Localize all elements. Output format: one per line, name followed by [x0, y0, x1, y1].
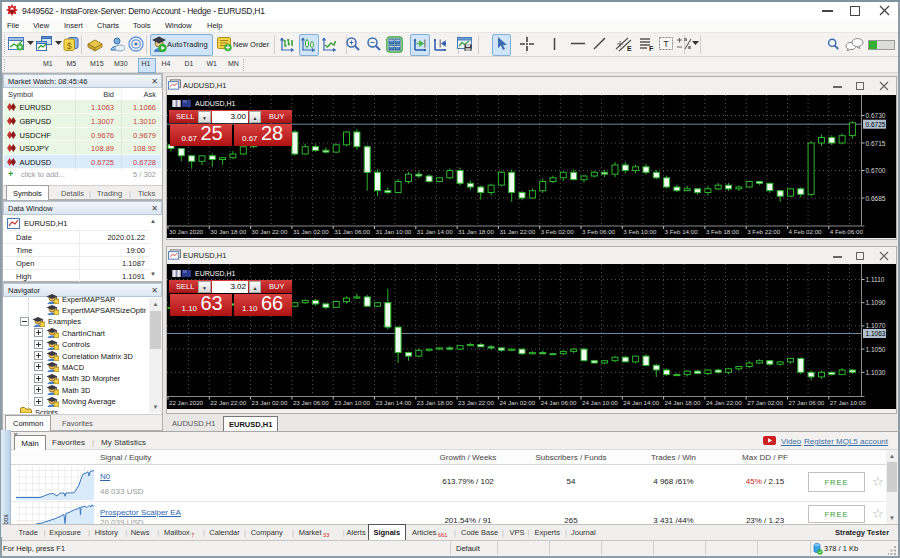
svg-text:22 Jan 2020: 22 Jan 2020 — [169, 399, 204, 406]
svg-text:1.1063: 1.1063 — [866, 330, 886, 337]
svg-text:23 Jan 22:00: 23 Jan 22:00 — [458, 399, 494, 406]
svg-text:31 Jan 02:00: 31 Jan 02:00 — [293, 228, 329, 235]
svg-text:31 Jan 14:00: 31 Jan 14:00 — [417, 228, 453, 235]
svg-text:E: E — [627, 45, 632, 52]
svg-text:4 Feb 02:00: 4 Feb 02:00 — [789, 228, 823, 235]
svg-text:23 Jan 10:00: 23 Jan 10:00 — [334, 399, 370, 406]
svg-text:23 Jan 06:00: 23 Jan 06:00 — [293, 399, 329, 406]
svg-text:22 Jan 22:00: 22 Jan 22:00 — [210, 399, 246, 406]
svg-text:4 Feb 06:00: 4 Feb 06:00 — [830, 228, 864, 235]
svg-text:30 Jan 22:00: 30 Jan 22:00 — [252, 228, 288, 235]
svg-text:31 Jan 18:00: 31 Jan 18:00 — [458, 228, 494, 235]
svg-text:0.6725: 0.6725 — [866, 121, 886, 128]
svg-text:1.1090: 1.1090 — [866, 299, 886, 306]
svg-text:0.6700: 0.6700 — [866, 167, 886, 174]
svg-text:3 Feb 02:00: 3 Feb 02:00 — [541, 228, 575, 235]
svg-text:24 Jan 18:00: 24 Jan 18:00 — [665, 399, 701, 406]
svg-text:24 Jan 22:00: 24 Jan 22:00 — [706, 399, 742, 406]
svg-text:31 Jan 06:00: 31 Jan 06:00 — [334, 228, 370, 235]
svg-text:1.1050: 1.1050 — [866, 346, 886, 353]
svg-text:3 Feb 10:00: 3 Feb 10:00 — [623, 228, 657, 235]
svg-text:$: $ — [67, 40, 73, 51]
svg-text:27 Jan 02:00: 27 Jan 02:00 — [747, 399, 783, 406]
svg-text:31 Jan 10:00: 31 Jan 10:00 — [376, 228, 412, 235]
svg-text:27 Jan 10:00: 27 Jan 10:00 — [830, 399, 866, 406]
svg-text:1.1070: 1.1070 — [866, 322, 886, 329]
svg-text:30 Jan 18:00: 30 Jan 18:00 — [210, 228, 246, 235]
svg-text:0.6685: 0.6685 — [866, 195, 886, 202]
svg-text:24 Jan 02:00: 24 Jan 02:00 — [499, 399, 535, 406]
svg-text:3 Feb 14:00: 3 Feb 14:00 — [665, 228, 699, 235]
svg-text:23 Jan 14:00: 23 Jan 14:00 — [376, 399, 412, 406]
svg-text:23 Jan 18:00: 23 Jan 18:00 — [417, 399, 453, 406]
svg-text:27 Jan 06:00: 27 Jan 06:00 — [789, 399, 825, 406]
svg-text:24 Jan 14:00: 24 Jan 14:00 — [623, 399, 659, 406]
svg-text:0.6730: 0.6730 — [866, 112, 886, 119]
svg-text:1.1110: 1.1110 — [866, 276, 885, 283]
svg-text:24 Jan 10:00: 24 Jan 10:00 — [582, 399, 618, 406]
svg-text:3 Feb 06:00: 3 Feb 06:00 — [582, 228, 616, 235]
svg-text:0.6715: 0.6715 — [866, 140, 886, 147]
svg-text:31 Jan 22:00: 31 Jan 22:00 — [499, 228, 535, 235]
svg-text:3 Feb 18:00: 3 Feb 18:00 — [706, 228, 740, 235]
svg-text:23 Jan 02:00: 23 Jan 02:00 — [252, 399, 288, 406]
svg-text:1.1030: 1.1030 — [866, 369, 886, 376]
svg-text:F: F — [649, 45, 654, 51]
svg-text:30 Jan 2020: 30 Jan 2020 — [169, 228, 204, 235]
svg-text:24 Jan 06:00: 24 Jan 06:00 — [541, 399, 577, 406]
svg-text:3 Feb 22:00: 3 Feb 22:00 — [747, 228, 781, 235]
svg-text:T: T — [663, 39, 669, 49]
